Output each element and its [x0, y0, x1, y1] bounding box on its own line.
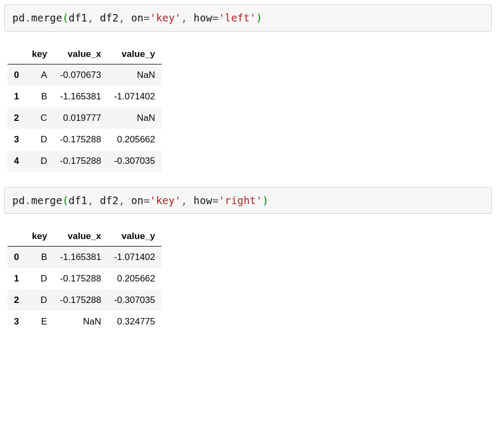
table-row: 4 D -0.175288 -0.307035	[8, 150, 162, 172]
table-row: 2 D -0.175288 -0.307035	[8, 290, 162, 311]
code-token-arg: df2	[100, 12, 119, 24]
cell: E	[25, 311, 53, 333]
code-token-dot: .	[25, 12, 31, 24]
table-header-row: key value_x value_y	[8, 44, 162, 64]
table-corner	[8, 226, 25, 247]
row-index: 1	[8, 268, 25, 290]
cell: -1.071402	[107, 247, 162, 269]
code-token-string: 'left'	[218, 12, 256, 24]
code-token-comma: ,	[87, 12, 100, 24]
code-token-module: pd	[12, 12, 25, 24]
code-token-paren-open: (	[62, 12, 69, 24]
cell: D	[25, 268, 53, 290]
cell: NaN	[107, 64, 162, 86]
cell: D	[25, 290, 53, 311]
cell: -1.165381	[54, 86, 108, 107]
table-row: 3 E NaN 0.324775	[8, 311, 162, 333]
table-corner	[8, 44, 25, 64]
cell: NaN	[107, 107, 162, 129]
row-index: 2	[8, 290, 25, 311]
row-index: 3	[8, 129, 25, 150]
table-row: 1 B -1.165381 -1.071402	[8, 86, 162, 107]
cell: -0.307035	[107, 290, 162, 311]
code-token-paren-open: (	[62, 194, 69, 206]
code-token-kwarg: how	[194, 194, 213, 206]
code-token-comma: ,	[181, 194, 193, 206]
column-header: value_y	[107, 44, 162, 64]
cell: A	[25, 64, 53, 86]
code-token-string: 'right'	[218, 194, 262, 206]
code-cell: pd.merge(df1, df2, on='key', how='right'…	[4, 187, 492, 214]
dataframe-output: key value_x value_y 0 B -1.165381 -1.071…	[8, 226, 162, 333]
cell: C	[25, 107, 53, 129]
code-token-eq: =	[213, 194, 219, 206]
code-token-kwarg: on	[131, 194, 143, 206]
table-row: 2 C 0.019777 NaN	[8, 107, 162, 129]
code-token-arg: df2	[100, 194, 119, 206]
column-header: value_x	[54, 226, 108, 247]
table-row: 1 D -0.175288 0.205662	[8, 268, 162, 290]
code-token-string: 'key'	[150, 12, 181, 24]
cell: -1.165381	[54, 247, 108, 269]
code-cell: pd.merge(df1, df2, on='key', how='left')	[4, 4, 492, 32]
code-token-kwarg: on	[131, 12, 143, 24]
code-token-comma: ,	[119, 194, 131, 206]
dataframe-output: key value_x value_y 0 A -0.070673 NaN 1 …	[8, 44, 162, 172]
row-index: 0	[8, 64, 25, 86]
code-token-comma: ,	[87, 194, 100, 206]
cell: -0.307035	[107, 150, 162, 172]
cell: 0.324775	[107, 311, 162, 333]
cell: -0.175288	[54, 290, 108, 311]
cell: D	[25, 150, 53, 172]
column-header: key	[25, 44, 53, 64]
code-token-kwarg: how	[194, 12, 213, 24]
column-header: value_x	[54, 44, 108, 64]
cell: -0.175288	[54, 129, 108, 150]
cell: -0.175288	[54, 150, 108, 172]
code-token-func: merge	[31, 194, 62, 206]
column-header: value_y	[107, 226, 162, 247]
table-row: 0 B -1.165381 -1.071402	[8, 247, 162, 269]
row-index: 1	[8, 86, 25, 107]
code-token-eq: =	[143, 12, 150, 24]
cell: 0.205662	[107, 268, 162, 290]
code-token-arg: df1	[69, 194, 87, 206]
cell: 0.205662	[107, 129, 162, 150]
code-token-dot: .	[25, 194, 31, 206]
code-token-string: 'key'	[150, 194, 181, 206]
code-token-comma: ,	[181, 12, 193, 24]
code-token-paren-close: )	[256, 12, 262, 24]
cell: NaN	[54, 311, 108, 333]
cell: D	[25, 129, 53, 150]
cell: B	[25, 247, 53, 269]
code-token-module: pd	[12, 194, 25, 206]
row-index: 4	[8, 150, 25, 172]
row-index: 2	[8, 107, 25, 129]
code-token-eq: =	[143, 194, 150, 206]
code-token-comma: ,	[119, 12, 131, 24]
cell: B	[25, 86, 53, 107]
column-header: key	[25, 226, 53, 247]
code-token-arg: df1	[69, 12, 87, 24]
row-index: 3	[8, 311, 25, 333]
row-index: 0	[8, 247, 25, 269]
table-row: 3 D -0.175288 0.205662	[8, 129, 162, 150]
cell: -0.070673	[54, 64, 108, 86]
code-token-eq: =	[213, 12, 219, 24]
code-token-func: merge	[31, 12, 62, 24]
table-row: 0 A -0.070673 NaN	[8, 64, 162, 86]
code-token-paren-close: )	[262, 194, 269, 206]
cell: 0.019777	[54, 107, 108, 129]
table-header-row: key value_x value_y	[8, 226, 162, 247]
cell: -1.071402	[107, 86, 162, 107]
cell: -0.175288	[54, 268, 108, 290]
